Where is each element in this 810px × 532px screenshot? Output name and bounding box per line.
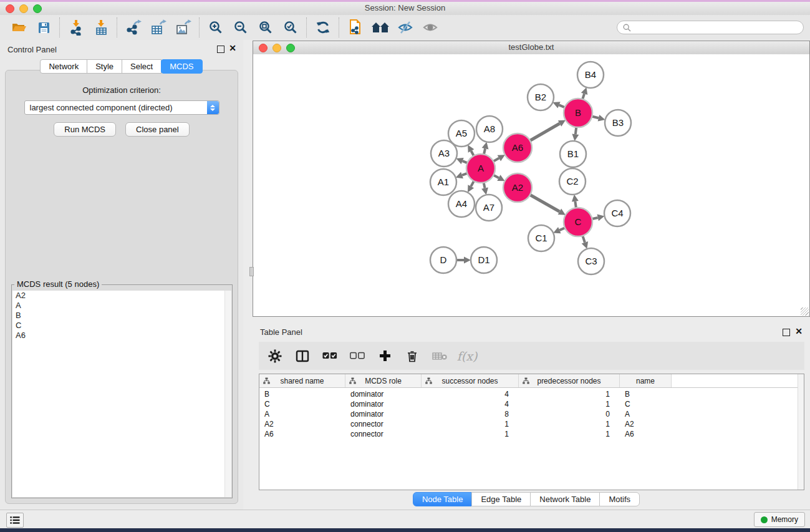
close-panel-button[interactable]: Close panel bbox=[125, 122, 190, 137]
table-scrollbar[interactable] bbox=[798, 374, 804, 490]
result-list-scrollbar[interactable] bbox=[224, 291, 231, 497]
node-B2[interactable]: B2 bbox=[528, 84, 554, 110]
float-panel-icon[interactable] bbox=[217, 46, 224, 53]
node-C4[interactable]: C4 bbox=[604, 200, 630, 226]
network-minimize-button[interactable] bbox=[272, 44, 281, 52]
tab-style[interactable]: Style bbox=[87, 59, 122, 74]
tab-mcds[interactable]: MCDS bbox=[161, 59, 202, 74]
svg-text:A1: A1 bbox=[438, 177, 449, 187]
table-close-panel-icon[interactable]: ✕ bbox=[795, 326, 803, 336]
mcds-result-item[interactable]: B bbox=[12, 311, 231, 321]
node-B3[interactable]: B3 bbox=[605, 110, 631, 136]
column-label: MCDS role bbox=[365, 377, 402, 385]
tab-network[interactable]: Network bbox=[40, 59, 87, 74]
save-session-button[interactable] bbox=[31, 17, 56, 38]
open-session-button[interactable] bbox=[6, 17, 31, 38]
node-C3[interactable]: C3 bbox=[578, 248, 604, 274]
table-settings-button[interactable] bbox=[268, 349, 282, 364]
zoom-out-button[interactable] bbox=[228, 17, 253, 38]
deselect-all-button[interactable] bbox=[350, 349, 365, 364]
node-A6[interactable]: A6 bbox=[503, 133, 532, 162]
column-header-name[interactable]: name bbox=[620, 374, 672, 387]
svg-text:B1: B1 bbox=[567, 148, 579, 159]
show-selected-button[interactable] bbox=[418, 17, 443, 38]
mcds-result-item[interactable]: A2 bbox=[12, 291, 231, 301]
network-window-titlebar[interactable]: testGlobe.txt bbox=[253, 41, 809, 55]
node-A8[interactable]: A8 bbox=[476, 116, 503, 142]
node-C2[interactable]: C2 bbox=[559, 168, 586, 195]
column-header-successor-nodes[interactable]: successor nodes bbox=[422, 374, 519, 387]
node-B[interactable]: B bbox=[564, 99, 592, 127]
node-B4[interactable]: B4 bbox=[577, 62, 604, 88]
mcds-result-item[interactable]: C bbox=[12, 321, 231, 331]
add-row-button[interactable] bbox=[377, 349, 392, 364]
node-D1[interactable]: D1 bbox=[471, 247, 497, 273]
table-row[interactable]: Bdominator41B bbox=[259, 389, 804, 399]
column-header-predecessor-nodes[interactable]: predecessor nodes bbox=[519, 374, 620, 387]
node-A[interactable]: A bbox=[466, 154, 495, 183]
run-mcds-button[interactable]: Run MCDS bbox=[54, 122, 116, 137]
close-panel-icon[interactable]: ✕ bbox=[229, 43, 236, 53]
table-row[interactable]: Adominator80A bbox=[259, 409, 804, 419]
search-input[interactable] bbox=[635, 22, 798, 33]
column-header-shared-name[interactable]: shared name bbox=[259, 374, 345, 387]
zoom-selected-button[interactable] bbox=[278, 17, 303, 38]
export-image-button[interactable] bbox=[171, 17, 196, 38]
import-network-button[interactable] bbox=[64, 17, 89, 38]
table-row[interactable]: Cdominator41C bbox=[259, 399, 804, 409]
hide-selected-button[interactable] bbox=[393, 17, 418, 38]
tab-network-table[interactable]: Network Table bbox=[530, 492, 600, 506]
node-A4[interactable]: A4 bbox=[448, 191, 475, 217]
table-cell: connector bbox=[345, 430, 422, 438]
tab-motifs[interactable]: Motifs bbox=[599, 492, 640, 506]
task-history-button[interactable] bbox=[6, 513, 24, 528]
node-D[interactable]: D bbox=[430, 247, 456, 273]
select-all-button[interactable] bbox=[322, 349, 337, 364]
resize-grip-icon[interactable] bbox=[801, 307, 809, 316]
node-A7[interactable]: A7 bbox=[476, 195, 502, 221]
node-C[interactable]: C bbox=[564, 208, 592, 236]
split-divider-handle-left[interactable] bbox=[249, 267, 254, 276]
tab-edge-table[interactable]: Edge Table bbox=[471, 492, 531, 506]
mcds-result-item[interactable]: A bbox=[12, 301, 231, 311]
export-image-icon bbox=[175, 19, 191, 36]
network-canvas[interactable]: AA1A2A3A4A5A6A7A8BB1B2B3B4CC1C2C3C4DD1 bbox=[253, 54, 809, 316]
export-table-button[interactable] bbox=[146, 17, 171, 38]
network-graph[interactable]: AA1A2A3A4A5A6A7A8BB1B2B3B4CC1C2C3C4DD1 bbox=[253, 54, 809, 316]
network-close-button[interactable] bbox=[259, 44, 268, 52]
zoom-window-button[interactable] bbox=[33, 4, 42, 13]
minimize-window-button[interactable] bbox=[19, 4, 28, 13]
close-window-button[interactable] bbox=[6, 4, 14, 13]
mcds-result-item[interactable]: A6 bbox=[12, 331, 231, 341]
mcds-result-box: MCDS result (5 nodes) A2ABCA6 bbox=[11, 284, 233, 498]
function-builder-button[interactable]: f(x) bbox=[460, 349, 475, 364]
show-column-button[interactable] bbox=[295, 349, 310, 364]
table-float-panel-icon[interactable] bbox=[783, 329, 790, 336]
network-zoom-button[interactable] bbox=[286, 44, 295, 52]
tab-select[interactable]: Select bbox=[122, 59, 162, 74]
zoom-in-button[interactable] bbox=[203, 17, 228, 38]
node-A2[interactable]: A2 bbox=[503, 173, 532, 202]
delete-table-button[interactable] bbox=[432, 349, 447, 364]
new-network-from-selection-button[interactable] bbox=[343, 17, 368, 38]
search-field[interactable] bbox=[617, 21, 804, 34]
node-B1[interactable]: B1 bbox=[560, 141, 586, 167]
mcds-result-list[interactable]: A2ABCA6 bbox=[12, 291, 231, 497]
tab-node-table[interactable]: Node Table bbox=[413, 492, 473, 506]
criterion-dropdown[interactable]: largest connected component (directed) bbox=[24, 100, 219, 115]
import-table-button[interactable] bbox=[89, 17, 113, 38]
table-row[interactable]: A2connector11A2 bbox=[259, 419, 804, 429]
refresh-view-button[interactable] bbox=[311, 17, 335, 38]
zoom-fit-button[interactable] bbox=[253, 17, 278, 38]
node-A1[interactable]: A1 bbox=[430, 169, 456, 195]
table-row[interactable]: A6connector11A6 bbox=[259, 429, 804, 439]
node-C1[interactable]: C1 bbox=[528, 225, 554, 251]
sort-icon bbox=[425, 377, 432, 384]
export-network-button[interactable] bbox=[121, 17, 146, 38]
column-header-MCDS-role[interactable]: MCDS role bbox=[345, 374, 422, 387]
memory-button[interactable]: Memory bbox=[754, 512, 805, 527]
show-all-networks-button[interactable] bbox=[368, 17, 393, 38]
delete-row-button[interactable] bbox=[405, 349, 420, 364]
node-A5[interactable]: A5 bbox=[448, 120, 475, 147]
node-table[interactable]: shared nameMCDS rolesuccessor nodesprede… bbox=[259, 374, 804, 490]
